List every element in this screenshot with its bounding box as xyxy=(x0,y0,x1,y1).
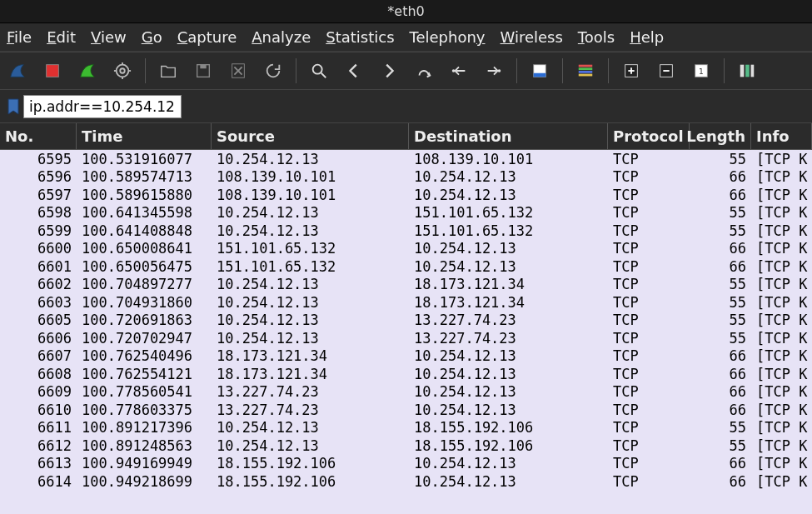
cell-time: 100.891217396 xyxy=(77,419,212,436)
column-header-destination[interactable]: Destination xyxy=(409,123,608,149)
packet-row[interactable]: 6602100.70489727710.254.12.1318.173.121.… xyxy=(0,276,812,294)
packet-row[interactable]: 6606100.72070294710.254.12.1313.227.74.2… xyxy=(0,329,812,347)
toolbar-separator xyxy=(724,58,725,83)
find-packet-button[interactable] xyxy=(305,57,333,85)
menu-go[interactable]: Go xyxy=(142,28,162,46)
save-icon xyxy=(194,62,212,80)
cell-destination: 151.101.65.132 xyxy=(409,222,608,239)
menu-statistics[interactable]: Statistics xyxy=(326,28,394,46)
cell-info: [TCP K xyxy=(751,258,812,275)
menu-analyze[interactable]: Analyze xyxy=(252,28,311,46)
column-header-length[interactable]: Length xyxy=(690,123,751,149)
cell-time: 100.949218699 xyxy=(77,473,212,490)
go-back-button[interactable] xyxy=(340,57,368,85)
packet-row[interactable]: 6595100.53191607710.254.12.13108.139.10.… xyxy=(0,150,812,168)
column-header-time[interactable]: Time xyxy=(77,123,212,149)
window-title: *eth0 xyxy=(387,3,424,19)
stop-capture-button[interactable] xyxy=(38,57,67,85)
cell-no: 6607 xyxy=(0,347,77,364)
column-header-info[interactable]: Info xyxy=(751,123,812,149)
packet-row[interactable]: 6611100.89121739610.254.12.1318.155.192.… xyxy=(0,419,812,437)
zoom-reset-button[interactable]: 1 xyxy=(687,57,715,85)
cell-length: 55 xyxy=(690,437,751,454)
cell-source: 13.227.74.23 xyxy=(212,402,409,418)
cell-no: 6602 xyxy=(0,276,77,292)
cell-length: 66 xyxy=(690,258,751,275)
column-header-no[interactable]: No. xyxy=(0,123,77,149)
packet-row[interactable]: 6605100.72069186310.254.12.1313.227.74.2… xyxy=(0,312,812,330)
svg-rect-20 xyxy=(579,71,593,73)
packet-row[interactable]: 6614100.94921869918.155.192.10610.254.12… xyxy=(0,472,812,491)
cell-length: 66 xyxy=(690,168,751,185)
start-capture-button[interactable] xyxy=(3,57,32,85)
cell-source: 10.254.12.13 xyxy=(212,222,409,239)
reload-button[interactable] xyxy=(259,57,287,85)
cell-time: 100.762540496 xyxy=(77,347,212,364)
close-file-button[interactable] xyxy=(224,57,252,85)
cell-info: [TCP K xyxy=(751,168,812,185)
cell-destination: 18.155.192.106 xyxy=(409,419,608,436)
resize-columns-icon xyxy=(738,62,756,80)
display-filter-input[interactable] xyxy=(23,95,182,118)
go-forward-button[interactable] xyxy=(375,57,403,85)
packet-row[interactable]: 6609100.77856054113.227.74.2310.254.12.1… xyxy=(0,383,812,402)
cell-time: 100.650056475 xyxy=(77,258,212,275)
packet-row[interactable]: 6607100.76254049618.173.121.3410.254.12.… xyxy=(0,347,812,366)
packet-row[interactable]: 6600100.650008641151.101.65.13210.254.12… xyxy=(0,240,812,258)
cell-protocol: TCP xyxy=(608,276,690,292)
restart-capture-button[interactable] xyxy=(73,57,102,85)
packet-row[interactable]: 6601100.650056475151.101.65.13210.254.12… xyxy=(0,257,812,276)
resize-columns-button[interactable] xyxy=(733,57,761,85)
search-icon xyxy=(310,62,328,80)
colorize-button[interactable] xyxy=(571,57,600,85)
cell-destination: 10.254.12.13 xyxy=(409,240,608,257)
cell-source: 151.101.65.132 xyxy=(212,258,409,275)
filter-bar xyxy=(0,90,812,123)
cell-info: [TCP K xyxy=(751,276,812,292)
menu-wireless[interactable]: Wireless xyxy=(501,28,563,46)
jump-to-packet-button[interactable] xyxy=(410,57,438,85)
packet-row[interactable]: 6613100.94916994918.155.192.10610.254.12… xyxy=(0,455,812,473)
cell-destination: 10.254.12.13 xyxy=(409,402,608,418)
save-file-button[interactable] xyxy=(189,57,217,85)
cell-no: 6612 xyxy=(0,437,77,454)
packet-row[interactable]: 6599100.64140884810.254.12.13151.101.65.… xyxy=(0,222,812,240)
go-last-packet-button[interactable] xyxy=(480,57,508,85)
menu-help[interactable]: Help xyxy=(630,28,664,46)
zoom-out-button[interactable] xyxy=(652,57,680,85)
cell-time: 100.720702947 xyxy=(77,330,212,347)
packet-row[interactable]: 6612100.89124856310.254.12.1318.155.192.… xyxy=(0,437,812,455)
packet-row[interactable]: 6603100.70493186010.254.12.1318.173.121.… xyxy=(0,293,812,312)
go-first-packet-button[interactable] xyxy=(445,57,473,85)
menu-telephony[interactable]: Telephony xyxy=(410,28,486,46)
capture-options-button[interactable] xyxy=(108,57,137,85)
packet-row[interactable]: 6598100.64134559810.254.12.13151.101.65.… xyxy=(0,204,812,222)
cell-time: 100.949169949 xyxy=(77,455,212,472)
cell-source: 10.254.12.13 xyxy=(212,330,409,347)
auto-scroll-button[interactable] xyxy=(526,57,554,85)
cell-no: 6600 xyxy=(0,240,77,257)
filter-bookmark-button[interactable] xyxy=(3,95,23,118)
menu-view[interactable]: View xyxy=(91,28,127,46)
packet-row[interactable]: 6597100.589615880108.139.10.10110.254.12… xyxy=(0,186,812,204)
cell-destination: 18.173.121.34 xyxy=(409,294,608,311)
column-header-protocol[interactable]: Protocol xyxy=(608,123,690,149)
open-file-button[interactable] xyxy=(154,57,182,85)
cell-length: 55 xyxy=(690,151,751,167)
menu-edit[interactable]: Edit xyxy=(47,28,76,46)
menu-file[interactable]: File xyxy=(7,28,32,46)
cell-info: [TCP K xyxy=(751,187,812,203)
menu-capture[interactable]: Capture xyxy=(177,28,237,46)
column-header-source[interactable]: Source xyxy=(212,123,409,149)
toolbar-separator xyxy=(562,58,563,83)
cell-protocol: TCP xyxy=(608,419,690,436)
packet-row[interactable]: 6596100.589574713108.139.10.10110.254.12… xyxy=(0,168,812,187)
svg-line-13 xyxy=(321,73,326,78)
cell-length: 66 xyxy=(690,187,751,203)
svg-rect-0 xyxy=(47,65,59,77)
zoom-in-button[interactable] xyxy=(617,57,645,85)
menu-tools[interactable]: Tools xyxy=(578,28,615,46)
packet-row[interactable]: 6610100.77860337513.227.74.2310.254.12.1… xyxy=(0,401,812,419)
zoom-out-icon xyxy=(657,62,675,80)
packet-row[interactable]: 6608100.76255412118.173.121.3410.254.12.… xyxy=(0,365,812,383)
